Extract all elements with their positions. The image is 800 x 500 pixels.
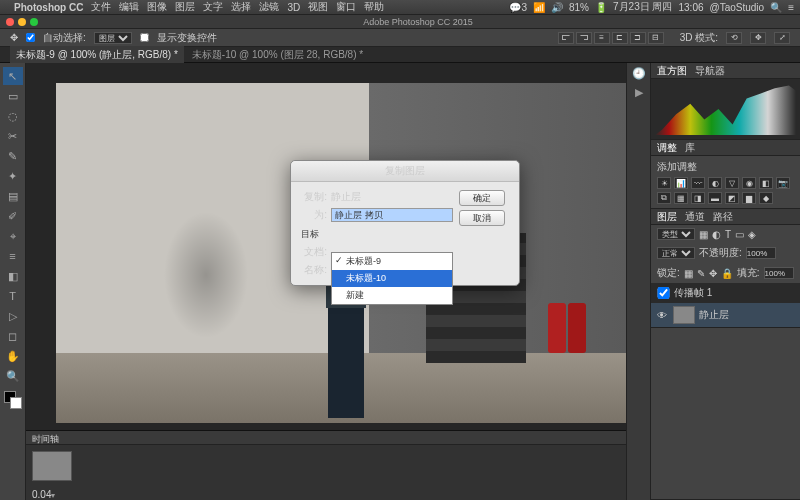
menu-image[interactable]: 图像: [147, 0, 167, 14]
tab-layers[interactable]: 图层: [657, 210, 677, 224]
menu-3d[interactable]: 3D: [287, 2, 300, 13]
eraser-tool[interactable]: ⌖: [3, 227, 23, 245]
close-window-button[interactable]: [6, 18, 14, 26]
menu-select[interactable]: 选择: [231, 0, 251, 14]
levels-icon[interactable]: 📊: [674, 177, 688, 189]
blend-mode-dropdown[interactable]: 正常: [657, 247, 695, 259]
filter-type-icon[interactable]: T: [725, 229, 731, 240]
filter-pixel-icon[interactable]: ▦: [699, 229, 708, 240]
invert-icon[interactable]: ◨: [691, 192, 705, 204]
as-name-input[interactable]: [331, 208, 453, 222]
color-lookup-icon[interactable]: ▦: [674, 192, 688, 204]
date-label[interactable]: 7月23日 周四: [613, 0, 672, 14]
hue-icon[interactable]: ◉: [742, 177, 756, 189]
battery-percent[interactable]: 81%: [569, 2, 589, 13]
document-tab[interactable]: 未标题-10 @ 100% (图层 28, RGB/8) *: [186, 46, 369, 64]
align-button[interactable]: ⫎: [576, 32, 592, 44]
align-button[interactable]: ⊏: [612, 32, 628, 44]
marquee-tool[interactable]: ▭: [3, 87, 23, 105]
zoom-window-button[interactable]: [30, 18, 38, 26]
menu-list-icon[interactable]: ≡: [788, 2, 794, 13]
menu-type[interactable]: 文字: [203, 0, 223, 14]
healing-tool[interactable]: ✦: [3, 167, 23, 185]
visibility-icon[interactable]: 👁: [657, 310, 669, 321]
hand-tool[interactable]: ✋: [3, 347, 23, 365]
opacity-input[interactable]: [746, 247, 776, 259]
menu-file[interactable]: 文件: [91, 0, 111, 14]
menu-window[interactable]: 窗口: [336, 0, 356, 14]
dropdown-option[interactable]: 新建: [332, 287, 452, 304]
channel-mixer-icon[interactable]: ⧉: [657, 192, 671, 204]
auto-select-checkbox[interactable]: [26, 33, 35, 42]
timeline-header[interactable]: 时间轴: [26, 431, 626, 445]
cancel-button[interactable]: 取消: [459, 210, 505, 226]
lock-transparency-icon[interactable]: ▦: [684, 268, 693, 279]
gradient-tool[interactable]: ≡: [3, 247, 23, 265]
3d-pan-button[interactable]: ✥: [750, 32, 766, 44]
threshold-icon[interactable]: ◩: [725, 192, 739, 204]
actions-icon[interactable]: ▶: [635, 86, 643, 99]
brightness-icon[interactable]: ☀: [657, 177, 671, 189]
ok-button[interactable]: 确定: [459, 190, 505, 206]
minimize-window-button[interactable]: [18, 18, 26, 26]
app-name[interactable]: Photoshop CC: [14, 2, 83, 13]
wechat-icon[interactable]: 💬3: [509, 2, 527, 13]
menu-filter[interactable]: 滤镜: [259, 0, 279, 14]
tab-libraries[interactable]: 库: [685, 141, 695, 155]
volume-icon[interactable]: 🔊: [551, 2, 563, 13]
stamp-tool[interactable]: ✐: [3, 207, 23, 225]
type-tool[interactable]: T: [3, 287, 23, 305]
filter-adjust-icon[interactable]: ◐: [712, 229, 721, 240]
spotlight-icon[interactable]: 🔍: [770, 2, 782, 13]
lock-paint-icon[interactable]: ✎: [697, 268, 705, 279]
propagate-frame-checkbox[interactable]: [657, 287, 670, 299]
tab-adjustments[interactable]: 调整: [657, 141, 677, 155]
dodge-tool[interactable]: ◧: [3, 267, 23, 285]
layer-filter-dropdown[interactable]: 类型: [657, 228, 695, 240]
auto-select-dropdown[interactable]: 图层: [94, 32, 132, 44]
document-tab[interactable]: 未标题-9 @ 100% (静止层, RGB/8) *: [10, 46, 184, 64]
fill-input[interactable]: [764, 267, 794, 279]
exposure-icon[interactable]: ◐: [708, 177, 722, 189]
tab-histogram[interactable]: 直方图: [657, 64, 687, 78]
distribute-button[interactable]: ⊟: [648, 32, 664, 44]
show-transform-checkbox[interactable]: [140, 33, 149, 42]
align-button[interactable]: ⊐: [630, 32, 646, 44]
menu-view[interactable]: 视图: [308, 0, 328, 14]
menu-help[interactable]: 帮助: [364, 0, 384, 14]
photo-filter-icon[interactable]: 📷: [776, 177, 790, 189]
zoom-tool[interactable]: 🔍: [3, 367, 23, 385]
dropdown-option[interactable]: 未标题-10: [332, 270, 452, 287]
curves-icon[interactable]: 〰: [691, 177, 705, 189]
gradient-map-icon[interactable]: ▆: [742, 192, 756, 204]
selective-color-icon[interactable]: ◆: [759, 192, 773, 204]
layer-name[interactable]: 静止层: [699, 308, 729, 322]
wifi-icon[interactable]: 📶: [533, 2, 545, 13]
vibrance-icon[interactable]: ▽: [725, 177, 739, 189]
tab-channels[interactable]: 通道: [685, 210, 705, 224]
pen-tool[interactable]: ▷: [3, 307, 23, 325]
filter-shape-icon[interactable]: ▭: [735, 229, 744, 240]
dropdown-option[interactable]: 未标题-9: [332, 253, 452, 270]
eyedropper-tool[interactable]: ✎: [3, 147, 23, 165]
move-tool[interactable]: ↖: [3, 67, 23, 85]
tab-navigator[interactable]: 导航器: [695, 64, 725, 78]
history-icon[interactable]: 🕘: [632, 67, 646, 80]
3d-dolly-button[interactable]: ⤢: [774, 32, 790, 44]
crop-tool[interactable]: ✂: [3, 127, 23, 145]
filter-smart-icon[interactable]: ◈: [748, 229, 756, 240]
layer-thumbnail[interactable]: [673, 306, 695, 324]
lock-position-icon[interactable]: ✥: [709, 268, 717, 279]
posterize-icon[interactable]: ▬: [708, 192, 722, 204]
user-label[interactable]: @TaoStudio: [710, 2, 765, 13]
align-button[interactable]: ≡: [594, 32, 610, 44]
menu-layer[interactable]: 图层: [175, 0, 195, 14]
bw-icon[interactable]: ◧: [759, 177, 773, 189]
color-swatch[interactable]: [4, 391, 22, 409]
frame-thumbnail[interactable]: [32, 451, 72, 481]
shape-tool[interactable]: ◻: [3, 327, 23, 345]
battery-icon[interactable]: 🔋: [595, 2, 607, 13]
time-label[interactable]: 13:06: [678, 2, 703, 13]
menu-edit[interactable]: 编辑: [119, 0, 139, 14]
align-button[interactable]: ⫍: [558, 32, 574, 44]
